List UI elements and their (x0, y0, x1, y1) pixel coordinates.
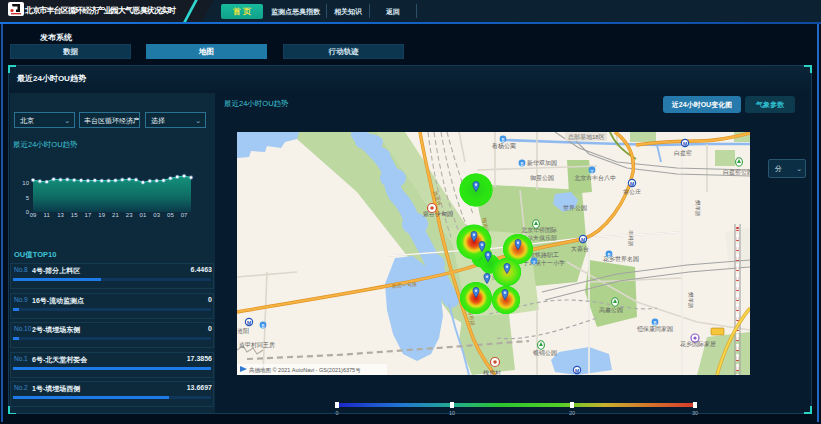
svg-text:M: M (683, 141, 687, 147)
svg-text:05: 05 (167, 212, 174, 218)
svg-text:10: 10 (22, 180, 29, 186)
svg-text:白盆窑公园: 白盆窑公园 (723, 168, 750, 176)
svg-text:紫谷伊甸园: 紫谷伊甸园 (422, 210, 453, 218)
svg-text:银锦公园: 银锦公园 (532, 349, 557, 357)
svg-text:世界公园: 世界公园 (563, 205, 587, 212)
svg-text:M: M (247, 320, 251, 326)
svg-text:造甲村回王房: 造甲村回王房 (239, 341, 275, 349)
svg-text:槐房村: 槐房村 (483, 369, 501, 375)
svg-text:20: 20 (569, 410, 575, 416)
svg-text:B: B (520, 162, 523, 167)
svg-text:19: 19 (98, 212, 105, 218)
svg-text:北京市丰台八中: 北京市丰台八中 (574, 174, 616, 182)
svg-text:21: 21 (112, 212, 119, 218)
svg-text:丰科路: 丰科路 (628, 230, 634, 247)
svg-text:03: 03 (153, 212, 160, 218)
svg-text:M: M (581, 237, 585, 243)
svg-text:B: B (607, 253, 610, 258)
svg-text:5: 5 (26, 195, 30, 201)
svg-text:M: M (575, 368, 579, 374)
svg-text:樊羊路: 樊羊路 (688, 292, 694, 309)
svg-text:01: 01 (140, 212, 147, 218)
svg-text:07: 07 (181, 212, 188, 218)
svg-text:B: B (501, 138, 504, 143)
svg-text:B: B (653, 321, 656, 326)
svg-text:30: 30 (692, 410, 698, 416)
svg-text:掌公庄: 掌公庄 (623, 188, 641, 195)
svg-text:高德地图 © 2021 AutoNavi - GS(2021: 高德地图 © 2021 AutoNavi - GS(2021)6375号 (249, 367, 361, 374)
svg-text:文: 文 (532, 260, 537, 265)
svg-text:樊羊路: 樊羊路 (695, 200, 701, 217)
svg-text:23: 23 (126, 212, 133, 218)
svg-text:看杨公寓: 看杨公寓 (491, 142, 516, 150)
svg-text:白盆窑: 白盆窑 (674, 149, 692, 157)
svg-text:北京华侨国际: 北京华侨国际 (521, 226, 557, 234)
svg-text:高鑫公园: 高鑫公园 (599, 306, 623, 314)
svg-text:11: 11 (44, 212, 51, 218)
svg-text:恒保康同家园: 恒保康同家园 (636, 325, 673, 333)
svg-text:15: 15 (71, 212, 78, 218)
svg-text:13: 13 (57, 212, 64, 218)
svg-text:道阳: 道阳 (237, 328, 249, 335)
svg-text:B: B (261, 324, 264, 329)
svg-text:总部基地18区: 总部基地18区 (567, 133, 605, 141)
svg-text:09: 09 (30, 212, 37, 218)
svg-text:大葆台: 大葆台 (571, 245, 589, 253)
svg-text:0: 0 (335, 410, 338, 416)
svg-text:文: 文 (590, 169, 595, 174)
svg-text:M: M (630, 181, 634, 187)
svg-text:10: 10 (449, 410, 455, 416)
svg-text:17: 17 (85, 212, 92, 218)
svg-text:御景公园: 御景公园 (530, 175, 554, 182)
svg-text:新华双加园: 新华双加园 (527, 159, 557, 167)
